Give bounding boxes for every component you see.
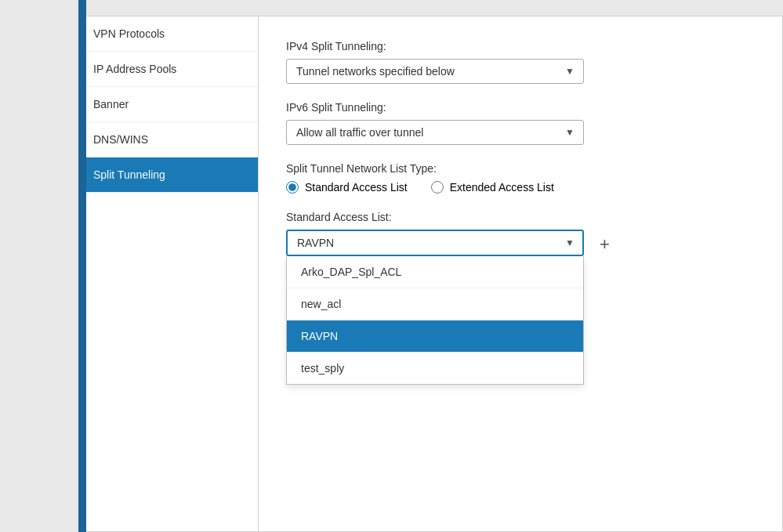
sidebar-item-banner[interactable]: Banner [79,87,258,122]
dropdown-item-ravpn[interactable]: RAVPN [287,320,583,353]
left-accent [78,0,86,532]
ipv6-label: IPv6 Split Tunneling: [286,101,755,114]
dropdown-container: RAVPN Arko_DAP_Spl_ACL new_acl test_sply… [286,230,755,256]
radio-standard-option[interactable]: Standard Access List [286,181,408,194]
ipv6-group: IPv6 Split Tunneling: Allow all traffic … [286,101,755,145]
ipv6-select[interactable]: Allow all traffic over tunnel Tunnel net… [286,120,584,145]
access-list-group: Standard Access List: RAVPN Arko_DAP_Spl… [286,211,755,256]
sidebar: VPN Protocols IP Address Pools Banner DN… [78,16,259,532]
dropdown-item-test-sply[interactable]: test_sply [287,353,583,384]
dropdown-select-wrapper: RAVPN Arko_DAP_Spl_ACL new_acl test_sply… [286,230,584,256]
ipv4-select[interactable]: Tunnel networks specified below Allow al… [286,59,584,84]
main-panel: IPv4 Split Tunneling: Tunnel networks sp… [259,16,783,532]
ipv4-select-wrapper: Tunnel networks specified below Allow al… [286,59,584,84]
radio-extended-label: Extended Access List [450,181,554,194]
ipv4-group: IPv4 Split Tunneling: Tunnel networks sp… [286,40,755,84]
radio-extended-option[interactable]: Extended Access List [431,181,554,194]
sidebar-item-dns-wins[interactable]: DNS/WINS [79,122,258,157]
dropdown-item-new-acl[interactable]: new_acl [287,288,583,320]
radio-extended-input[interactable] [431,181,444,194]
ipv4-label: IPv4 Split Tunneling: [286,40,755,52]
sidebar-item-ip-address-pools[interactable]: IP Address Pools [79,52,258,87]
sidebar-item-vpn-protocols[interactable]: VPN Protocols [79,16,258,52]
dropdown-item-arko[interactable]: Arko_DAP_Spl_ACL [287,256,583,288]
dropdown-open-list: Arko_DAP_Spl_ACL new_acl RAVPN test_sply [286,256,584,385]
radio-standard-input[interactable] [286,181,299,194]
access-list-label: Standard Access List: [286,211,755,223]
radio-standard-label: Standard Access List [305,181,408,194]
sidebar-item-split-tunneling[interactable]: Split Tunneling [79,157,258,193]
add-button[interactable]: + [593,233,616,256]
ipv6-select-wrapper: Allow all traffic over tunnel Tunnel net… [286,120,584,145]
radio-group: Standard Access List Extended Access Lis… [286,181,755,194]
network-list-type-label: Split Tunnel Network List Type: [286,162,755,175]
network-list-type-group: Split Tunnel Network List Type: Standard… [286,162,755,194]
access-list-select[interactable]: RAVPN Arko_DAP_Spl_ACL new_acl test_sply [286,230,584,256]
